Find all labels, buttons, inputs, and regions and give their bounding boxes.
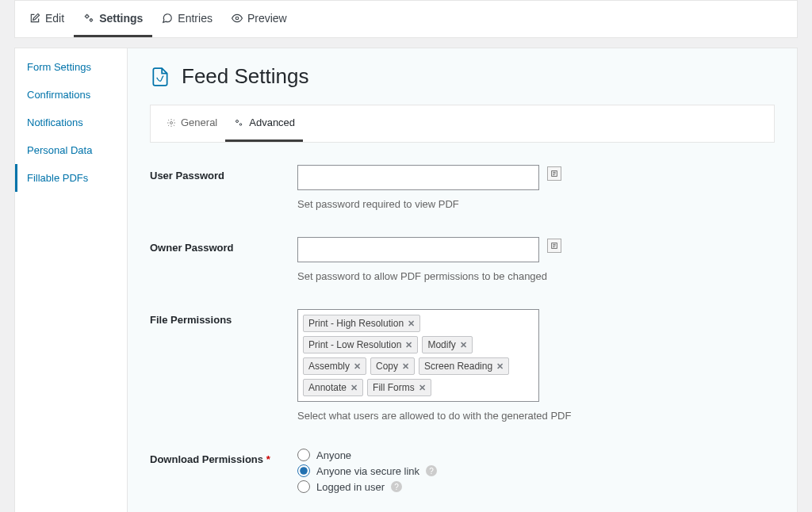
- help-owner-password: Set password to allow PDF permissions to…: [297, 270, 775, 282]
- remove-tag-icon[interactable]: ✕: [405, 340, 412, 350]
- radio-anyone-label: Anyone: [316, 449, 351, 461]
- cogs-icon: [233, 118, 244, 128]
- remove-tag-icon[interactable]: ✕: [460, 340, 467, 350]
- edit-icon: [29, 13, 40, 24]
- tab-edit-label: Edit: [45, 12, 64, 25]
- required-mark: *: [266, 453, 270, 465]
- help-user-password: Set password required to view PDF: [297, 198, 775, 210]
- svg-point-5: [240, 123, 243, 125]
- row-download-permissions: Download Permissions * Anyone Anyone via…: [150, 449, 775, 496]
- file-permissions-select[interactable]: Print - High Resolution✕ Print - Low Res…: [297, 309, 539, 402]
- sub-tab-advanced[interactable]: Advanced: [225, 105, 303, 142]
- remove-tag-icon[interactable]: ✕: [350, 383, 358, 393]
- svg-point-1: [90, 18, 93, 21]
- label-owner-password: Owner Password: [150, 237, 297, 254]
- sub-tab-advanced-label: Advanced: [249, 117, 295, 128]
- sub-tab-general-label: General: [181, 117, 217, 128]
- cogs-icon: [83, 13, 94, 24]
- permission-tag[interactable]: Fill Forms✕: [367, 379, 431, 396]
- row-owner-password: Owner Password Set password to allow PDF…: [150, 237, 775, 282]
- svg-point-4: [236, 120, 239, 122]
- owner-password-input[interactable]: [297, 237, 539, 262]
- permission-tag[interactable]: Screen Reading✕: [419, 357, 509, 375]
- permission-tag[interactable]: Annotate✕: [303, 379, 363, 396]
- permission-tag[interactable]: Print - Low Resolution✕: [303, 336, 418, 353]
- label-download-permissions: Download Permissions *: [150, 449, 297, 465]
- sidebar: Form Settings Confirmations Notification…: [14, 48, 127, 512]
- svg-point-2: [236, 17, 239, 20]
- page-title: Feed Settings: [182, 64, 308, 89]
- main-panel: Feed Settings General Advanced: [127, 48, 798, 512]
- remove-tag-icon[interactable]: ✕: [496, 361, 504, 372]
- eye-icon: [232, 13, 243, 24]
- row-user-password: User Password Set password required to v…: [150, 165, 775, 210]
- help-icon[interactable]: ?: [391, 481, 402, 492]
- tab-settings[interactable]: Settings: [74, 1, 152, 37]
- permission-tag[interactable]: Modify✕: [422, 336, 472, 353]
- merge-tag-button[interactable]: [547, 239, 561, 253]
- radio-logged-in-label: Logged in user: [316, 481, 385, 493]
- help-file-permissions: Select what users are allowed to do with…: [297, 410, 775, 422]
- radio-logged-in[interactable]: [297, 480, 310, 493]
- permission-tag[interactable]: Assembly✕: [303, 357, 366, 375]
- permission-tag[interactable]: Print - High Resolution✕: [303, 315, 420, 332]
- label-file-permissions: File Permissions: [150, 309, 297, 326]
- radio-anyone[interactable]: [297, 449, 310, 461]
- tab-preview-label: Preview: [247, 12, 287, 25]
- sub-tabs: General Advanced: [150, 105, 775, 143]
- svg-point-3: [170, 121, 173, 124]
- radio-secure-link[interactable]: [297, 464, 310, 477]
- sidebar-item-fillable-pdfs[interactable]: Fillable PDFs: [15, 164, 127, 192]
- sidebar-item-confirmations[interactable]: Confirmations: [15, 81, 127, 109]
- help-icon[interactable]: ?: [426, 465, 437, 476]
- user-password-input[interactable]: [297, 165, 539, 190]
- tab-preview[interactable]: Preview: [222, 1, 297, 37]
- remove-tag-icon[interactable]: ✕: [419, 383, 426, 393]
- tab-settings-label: Settings: [99, 12, 143, 25]
- sidebar-item-form-settings[interactable]: Form Settings: [15, 53, 127, 81]
- remove-tag-icon[interactable]: ✕: [408, 319, 415, 329]
- remove-tag-icon[interactable]: ✕: [354, 361, 361, 372]
- svg-point-0: [86, 14, 89, 17]
- merge-tag-button[interactable]: [547, 166, 561, 181]
- sidebar-item-personal-data[interactable]: Personal Data: [15, 136, 127, 164]
- remove-tag-icon[interactable]: ✕: [402, 361, 409, 372]
- sidebar-item-notifications[interactable]: Notifications: [15, 109, 127, 136]
- gear-icon: [167, 118, 176, 128]
- chat-icon: [162, 13, 173, 24]
- tab-edit[interactable]: Edit: [20, 1, 74, 37]
- top-tabs: Edit Settings Entries Preview: [14, 0, 798, 38]
- row-file-permissions: File Permissions Print - High Resolution…: [150, 309, 775, 422]
- label-user-password: User Password: [150, 165, 297, 181]
- sub-tab-general[interactable]: General: [159, 105, 225, 142]
- tab-entries[interactable]: Entries: [152, 1, 222, 37]
- pdf-icon: [150, 67, 170, 87]
- permission-tag[interactable]: Copy✕: [370, 357, 415, 375]
- tab-entries-label: Entries: [178, 12, 213, 25]
- radio-secure-label: Anyone via secure link: [316, 465, 419, 477]
